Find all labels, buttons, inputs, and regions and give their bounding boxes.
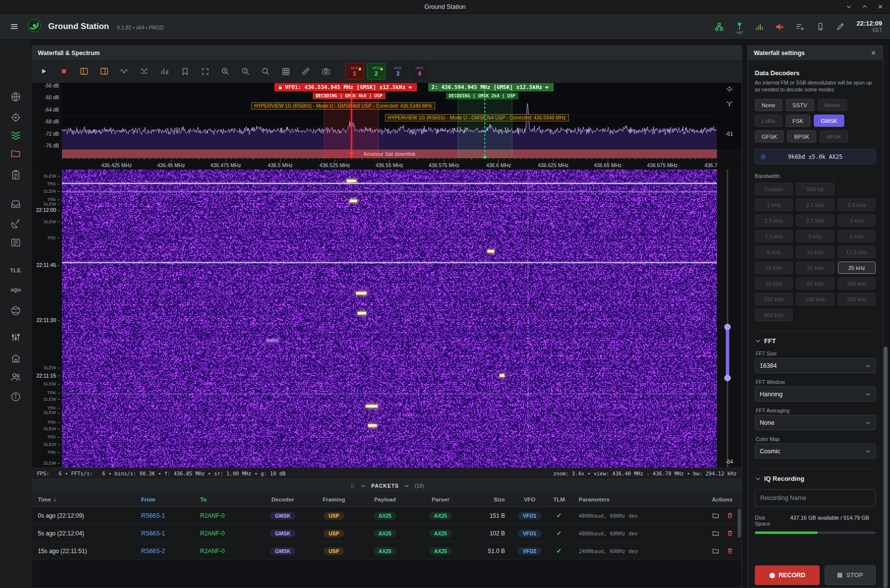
window-maximize-button[interactable] bbox=[860, 3, 868, 11]
decoder-mode-button[interactable]: Morse bbox=[818, 99, 847, 111]
scrollbar-thumb[interactable] bbox=[884, 347, 888, 588]
chevron-down-icon[interactable] bbox=[404, 483, 410, 489]
spectrum-autoscale-icon[interactable] bbox=[726, 86, 733, 95]
decoder-mode-button[interactable]: GMSK bbox=[814, 115, 844, 127]
menu-button[interactable] bbox=[8, 20, 21, 33]
spectrum-view-button[interactable] bbox=[119, 66, 129, 76]
bandwidth-option[interactable]: 2.7 kHz bbox=[796, 214, 834, 227]
vfo-2-tab[interactable]: VFO 2 bbox=[367, 63, 386, 80]
settings-close-button[interactable] bbox=[870, 50, 877, 56]
bookmark-button[interactable] bbox=[180, 66, 190, 76]
edit-icon[interactable] bbox=[834, 20, 846, 33]
packet-from[interactable]: RS66S-1 bbox=[135, 530, 194, 537]
packets-header[interactable]: PACKETS (16) bbox=[32, 479, 742, 492]
bandwidth-option[interactable]: 2.1 kHz bbox=[796, 199, 834, 211]
field-select[interactable]: None bbox=[755, 415, 876, 430]
decoder-mode-button[interactable]: FSK bbox=[786, 115, 810, 127]
bandwidth-option[interactable]: 3 kHz bbox=[838, 214, 876, 227]
decoder-config-button[interactable]: 9k6bd ±5.0k AX25 bbox=[755, 149, 876, 164]
slider-track[interactable] bbox=[727, 170, 728, 468]
fullscreen-button[interactable] bbox=[200, 66, 210, 76]
sidebar-item-tracking[interactable] bbox=[7, 110, 25, 125]
rotator-status-icon[interactable]: +46° bbox=[734, 20, 745, 33]
grid-button[interactable] bbox=[281, 66, 291, 76]
slider-range[interactable] bbox=[726, 327, 729, 378]
bandwidth-option[interactable]: 500 Hz bbox=[796, 183, 834, 195]
sidebar-item-schedule[interactable] bbox=[7, 167, 25, 183]
bandwidth-option[interactable]: 12.5 kHz bbox=[838, 246, 876, 258]
sidebar-item-tle[interactable]: TLE bbox=[7, 263, 25, 278]
packet-row[interactable]: 5s ago (22:12:04) RS66S-1 R2ANF-0 GMSK U… bbox=[32, 525, 742, 542]
bandwidth-option[interactable]: 500 kHz bbox=[755, 309, 793, 321]
layout-split-left-button[interactable] bbox=[79, 66, 89, 76]
bandwidth-option[interactable]: 2.4 kHz bbox=[838, 199, 876, 211]
packet-delete-button[interactable] bbox=[726, 512, 734, 519]
packet-row[interactable]: 0s ago (22:12:09) RS66S-1 R2ANF-0 GMSK U… bbox=[32, 507, 742, 525]
decoder-mode-button[interactable]: AFSK bbox=[820, 130, 848, 143]
iq-section-header[interactable]: IQ Recording bbox=[755, 475, 876, 482]
search-button[interactable] bbox=[261, 66, 270, 76]
packet-from[interactable]: RS66S-1 bbox=[135, 512, 194, 519]
sidebar-item-satellite[interactable] bbox=[7, 282, 25, 298]
sidebar-item-station[interactable] bbox=[7, 351, 25, 366]
collapse-icon[interactable] bbox=[360, 483, 366, 489]
zoom-out-button[interactable] bbox=[240, 66, 250, 76]
bandwidth-option[interactable]: Custom bbox=[755, 183, 793, 195]
waterfall-autoscale-icon[interactable] bbox=[726, 100, 733, 109]
packet-to[interactable]: R2ANF-0 bbox=[194, 512, 257, 519]
measure-button[interactable] bbox=[301, 66, 311, 76]
sidebar-item-recordings[interactable] bbox=[7, 146, 25, 161]
screenshot-button[interactable] bbox=[321, 66, 331, 76]
decoder-mode-button[interactable]: LoRa bbox=[755, 115, 782, 127]
sidebar-item-users[interactable] bbox=[7, 369, 25, 385]
packet-delete-button[interactable] bbox=[726, 529, 734, 537]
stop-record-button[interactable]: STOP bbox=[825, 565, 876, 585]
packet-folder-button[interactable] bbox=[712, 512, 719, 519]
sidebar-item-globe[interactable] bbox=[7, 89, 25, 105]
vfo2-banner[interactable]: 2: 436.594.945 MHz [GMSK] ±12.5kHz bbox=[428, 83, 554, 91]
vfo-1-tab[interactable]: VFO 1 bbox=[345, 63, 364, 80]
column-header-to[interactable]: To bbox=[194, 497, 257, 502]
decoder-mode-button[interactable]: GFSK bbox=[755, 130, 784, 143]
decoder-mode-button[interactable]: None bbox=[755, 99, 782, 111]
packet-folder-button[interactable] bbox=[712, 547, 719, 555]
packet-from[interactable]: RS66S-2 bbox=[135, 548, 194, 555]
frequency-ruler[interactable]: 436.425 MHz436.45 MHz436.475 MHz436.5 MH… bbox=[62, 158, 717, 170]
waterfall-canvas[interactable] bbox=[62, 170, 717, 468]
sidebar-item-planet[interactable] bbox=[7, 303, 25, 319]
record-button[interactable]: RECORD bbox=[755, 565, 820, 585]
window-shade-button[interactable] bbox=[845, 3, 853, 11]
column-header-framing[interactable]: Framing bbox=[308, 497, 359, 502]
bandwidth-option[interactable]: 3.3 kHz bbox=[755, 230, 793, 242]
bandwidth-option[interactable]: 200 kHz bbox=[796, 293, 834, 305]
bandwidth-option[interactable]: 25 kHz bbox=[838, 262, 876, 274]
column-header-payload[interactable]: Payload bbox=[359, 497, 411, 502]
sidebar-item-inbox[interactable] bbox=[7, 196, 25, 212]
bandwidth-option[interactable]: 5 kHz bbox=[796, 230, 834, 242]
packet-to[interactable]: R2ANF-0 bbox=[194, 530, 257, 537]
bandwidth-option[interactable]: 20 kHz bbox=[796, 262, 834, 274]
packet-row[interactable]: 15s ago (22:11:51) RS66S-2 R2ANF-0 GMSK … bbox=[32, 542, 742, 560]
sidebar-item-antenna[interactable] bbox=[7, 215, 25, 231]
bandwidth-option[interactable]: 30 kHz bbox=[755, 277, 793, 290]
window-close-button[interactable] bbox=[876, 3, 884, 11]
recording-name-input[interactable] bbox=[755, 489, 876, 507]
column-header-parameters[interactable]: Parameters bbox=[573, 497, 696, 502]
column-header-from[interactable]: From bbox=[135, 497, 194, 502]
zoom-in-button[interactable] bbox=[220, 66, 230, 76]
sidebar-item-waterfall[interactable] bbox=[7, 128, 25, 144]
sidebar-item-about[interactable] bbox=[7, 389, 25, 405]
packet-folder-button[interactable] bbox=[712, 529, 719, 537]
decoder-mode-button[interactable]: BPSK bbox=[787, 130, 816, 143]
network-status-icon[interactable] bbox=[713, 20, 725, 33]
field-select[interactable]: Hanning bbox=[755, 386, 876, 402]
bandwidth-option[interactable]: 100 kHz bbox=[838, 277, 876, 290]
column-header-decoder[interactable]: Decoder bbox=[257, 497, 308, 502]
play-button[interactable] bbox=[39, 66, 49, 76]
bandwidth-option[interactable]: 50 kHz bbox=[796, 277, 834, 290]
field-select[interactable]: Cosmic bbox=[755, 443, 876, 459]
bandwidth-option[interactable]: 250 kHz bbox=[838, 293, 876, 305]
vfo-4-tab[interactable]: VFO 4 bbox=[410, 63, 429, 80]
histogram-button[interactable] bbox=[160, 66, 170, 76]
column-header-actions[interactable]: Actions bbox=[696, 497, 742, 502]
